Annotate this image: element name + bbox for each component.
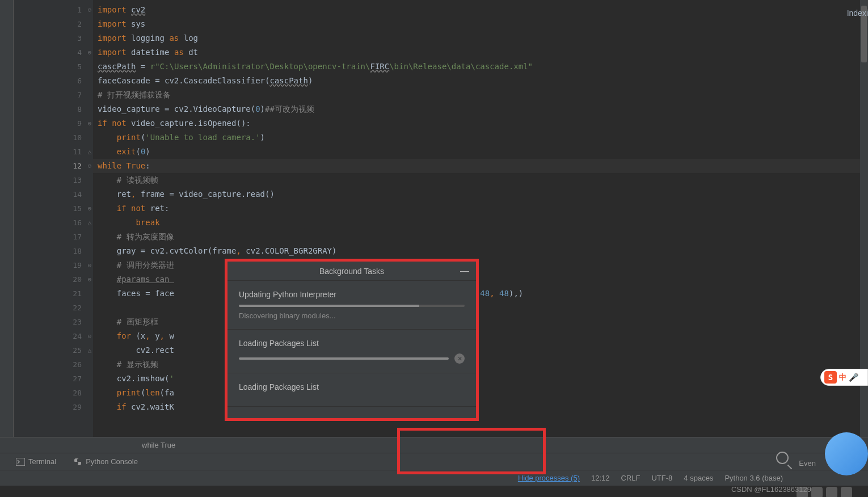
task-title: Loading Packages List — [239, 382, 465, 391]
code-line[interactable]: # 显示视频 — [93, 357, 868, 372]
ime-brand-icon: S — [824, 371, 837, 384]
line-number[interactable]: 3 — [14, 31, 93, 45]
code-line[interactable]: gray = cv2.cvtColor(frame, cv2.COLOR_BGR… — [93, 244, 868, 258]
line-number[interactable]: 14 — [14, 187, 93, 201]
line-number[interactable]: 15⊖ — [14, 201, 93, 216]
code-line[interactable]: import sys — [93, 17, 868, 31]
line-number[interactable]: 23 — [14, 315, 93, 329]
line-number[interactable]: 22 — [14, 301, 93, 315]
assistant-bubble-icon[interactable] — [825, 432, 868, 475]
code-line[interactable]: for (x, y, w — [93, 329, 868, 343]
task-title: Updating Python Interpreter — [239, 290, 465, 299]
line-number[interactable]: 11△ — [14, 145, 93, 159]
indent-indicator[interactable]: 4 spaces — [684, 474, 713, 482]
code-line[interactable]: import logging as log — [93, 31, 868, 45]
line-number[interactable]: 21 — [14, 287, 93, 301]
line-number[interactable]: 2 — [14, 17, 93, 31]
line-number[interactable]: 18 — [14, 244, 93, 258]
cancel-task-icon[interactable]: ✕ — [454, 353, 465, 364]
code-line[interactable]: cv2.imshow(' — [93, 372, 868, 386]
tray-icon[interactable] — [826, 487, 837, 497]
tray-icon[interactable] — [811, 487, 823, 497]
python-console-tool-window[interactable]: Python Console — [73, 457, 138, 466]
interpreter-indicator[interactable]: Python 3.6 (base) — [724, 474, 783, 482]
code-line[interactable]: faces = face inNeighbors=7,minSize=(48, … — [93, 287, 868, 301]
breadcrumb-item[interactable]: while True — [142, 441, 175, 449]
fold-marker-icon[interactable]: ⊖ — [86, 159, 93, 173]
encoding-indicator[interactable]: UTF-8 — [651, 474, 672, 482]
line-number[interactable]: 20⊖ — [14, 272, 93, 287]
code-line[interactable]: break — [93, 216, 868, 230]
code-line[interactable]: video_capture = cv2.VideoCapture(0)##可改为… — [93, 102, 868, 116]
ime-language[interactable]: 中 — [839, 372, 846, 382]
code-line[interactable]: print(len(fa — [93, 386, 868, 400]
event-log-label[interactable]: Even — [799, 459, 816, 467]
gutter: 1⊖234⊖56789⊖1011△12⊖131415⊖16△171819⊖20⊖… — [14, 0, 93, 437]
line-number[interactable]: 17 — [14, 230, 93, 244]
ime-mic-icon[interactable]: 🎤 — [849, 373, 858, 382]
watermark: CSDN @FL1623863129 — [731, 485, 811, 494]
code-line[interactable]: # 读视频帧 — [93, 173, 868, 187]
popup-header[interactable]: Background Tasks — — [227, 262, 476, 281]
tray-icon[interactable] — [841, 487, 852, 497]
terminal-tool-window[interactable]: Terminal — [16, 457, 56, 466]
fold-marker-icon[interactable]: ⊖ — [86, 3, 93, 17]
line-number[interactable]: 9⊖ — [14, 116, 93, 130]
fold-marker-icon[interactable]: △ — [86, 216, 93, 230]
code-line[interactable]: # 画矩形框 — [93, 315, 868, 329]
fold-marker-icon[interactable]: △ — [86, 145, 93, 159]
code-line[interactable]: exit(0) — [93, 145, 868, 159]
fold-marker-icon[interactable]: ⊖ — [86, 258, 93, 272]
line-number[interactable]: 1⊖ — [14, 3, 93, 17]
fold-marker-icon[interactable]: ⊖ — [86, 329, 93, 343]
fold-marker-icon[interactable]: △ — [86, 343, 93, 357]
fold-marker-icon[interactable]: ⊖ — [86, 45, 93, 60]
minimize-icon[interactable]: — — [460, 266, 469, 276]
hide-processes-link[interactable]: Hide processes (5) — [518, 474, 580, 482]
line-number[interactable]: 4⊖ — [14, 45, 93, 60]
line-number[interactable]: 12⊖ — [14, 159, 93, 173]
code-line[interactable]: import cv2 — [93, 3, 868, 17]
code-line[interactable]: cascPath = r"C:\Users\Administrator\Desk… — [93, 60, 868, 74]
line-number[interactable]: 25△ — [14, 343, 93, 357]
code-line[interactable]: import datetime as dt — [93, 45, 868, 60]
line-separator-indicator[interactable]: CRLF — [621, 474, 641, 482]
line-number[interactable]: 5 — [14, 60, 93, 74]
highlight-box — [397, 428, 546, 474]
code-line[interactable]: #params can etails/107637433 — [93, 272, 868, 287]
code-line[interactable]: # 调用分类器进 — [93, 258, 868, 272]
code-line[interactable] — [93, 301, 868, 315]
ime-widget[interactable]: S 中 🎤 — [820, 369, 868, 386]
line-number[interactable]: 24⊖ — [14, 329, 93, 343]
code-line[interactable]: ret, frame = video_capture.read() — [93, 187, 868, 201]
fold-marker-icon[interactable]: ⊖ — [86, 116, 93, 130]
code-line[interactable]: # 打开视频捕获设备 — [93, 88, 868, 102]
line-number[interactable]: 8 — [14, 102, 93, 116]
line-number[interactable]: 6 — [14, 74, 93, 88]
line-number[interactable]: 16△ — [14, 216, 93, 230]
progress-bar — [239, 357, 449, 360]
fold-marker-icon[interactable]: ⊖ — [86, 272, 93, 287]
line-number[interactable]: 13 — [14, 173, 93, 187]
line-number[interactable]: 28 — [14, 386, 93, 400]
line-number[interactable]: 26 — [14, 357, 93, 372]
code-line[interactable]: # 转为灰度图像 — [93, 230, 868, 244]
code-line[interactable]: while True: — [93, 159, 868, 173]
line-number[interactable]: 7 — [14, 88, 93, 102]
line-number[interactable]: 19⊖ — [14, 258, 93, 272]
background-task: Loading Packages List — [227, 373, 476, 407]
code-line[interactable]: print('Unable to load camera.') — [93, 130, 868, 145]
search-icon[interactable] — [776, 452, 789, 464]
line-number[interactable]: 10 — [14, 130, 93, 145]
line-column-indicator[interactable]: 12:12 — [591, 474, 610, 482]
code-line[interactable]: if not video_capture.isOpened(): — [93, 116, 868, 130]
line-number[interactable]: 29 — [14, 400, 93, 414]
code-area[interactable]: import cv2import sysimport logging as lo… — [93, 0, 868, 437]
code-line[interactable]: if not ret: — [93, 201, 868, 216]
code-line[interactable]: if cv2.waitK — [93, 400, 868, 414]
code-line[interactable]: cv2.rect ) — [93, 343, 868, 357]
fold-marker-icon[interactable]: ⊖ — [86, 201, 93, 216]
line-number[interactable]: 27 — [14, 372, 93, 386]
search-handle-icon — [787, 465, 792, 469]
code-line[interactable]: faceCascade = cv2.CascadeClassifier(casc… — [93, 74, 868, 88]
